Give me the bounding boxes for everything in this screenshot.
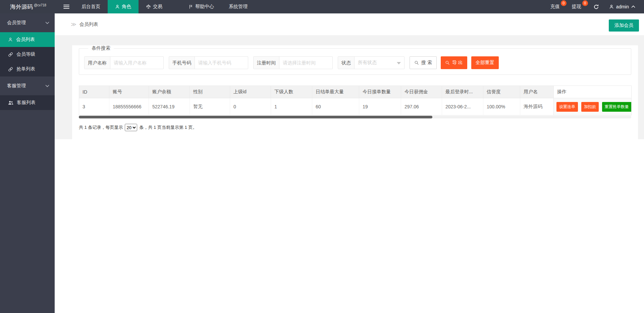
col-header-parent-id: 上级id [230, 86, 271, 98]
sidebar-item-order-grab-list[interactable]: 抢单列表 [0, 62, 55, 76]
person-icon [115, 4, 120, 9]
cell-last-login: 2023-06-2... [442, 98, 483, 115]
phone-label: 手机号码 [169, 57, 195, 69]
flag-icon [189, 4, 193, 9]
menu-toggle-button[interactable] [59, 0, 74, 13]
horizontal-scrollbar-thumb[interactable] [79, 116, 432, 118]
app-logo: 海外源码@cv718 [0, 3, 59, 11]
nav-item-dashboard[interactable]: 后台首页 [74, 0, 108, 13]
withdraw-link[interactable]: 提现 0 [572, 4, 583, 10]
status-label: 状态 [338, 57, 355, 69]
recharge-link[interactable]: 充值 0 [550, 4, 562, 10]
register-time-label: 注册时间 [254, 57, 279, 69]
status-field-group: 状态 所有状态 [338, 56, 405, 69]
phone-input[interactable] [195, 57, 248, 69]
col-header-credit: 信誉度 [483, 86, 520, 98]
pagination-prefix: 共 1 条记录，每页显示 [79, 124, 123, 131]
add-deduct-funds-button[interactable]: 加扣款 [581, 102, 599, 112]
member-table: ID 账号 账户余额 性别 上级id 下级人数 日结单最大量 今日接单数量 今日… [79, 86, 632, 115]
col-header-daily-max: 日结单最大量 [312, 86, 359, 98]
cell-balance: 522746.19 [149, 98, 190, 115]
refresh-icon [593, 4, 599, 10]
phone-field-group: 手机号码 [169, 56, 248, 69]
link-icon [8, 67, 13, 72]
cell-id: 3 [79, 98, 109, 115]
col-header-today-commission: 今日获佣金 [401, 86, 442, 98]
chevron-down-icon [397, 62, 401, 64]
nav-item-roles[interactable]: 角色 [108, 0, 139, 13]
username: admin [616, 4, 629, 9]
search-icon [414, 60, 419, 65]
col-header-last-login: 最后登录时... [442, 86, 483, 98]
col-header-actions: 操作 [554, 86, 632, 98]
table-row: 3 18855556666 522746.19 暂无 0 1 60 19 297… [79, 98, 632, 115]
status-select[interactable]: 所有状态 [355, 57, 404, 69]
username-field-group: 用户名称 [84, 56, 164, 69]
main-nav: 后台首页 角色 交易 帮 [74, 0, 255, 13]
export-button[interactable]: 导 出 [441, 56, 467, 69]
add-member-button[interactable]: 添加会员 [609, 19, 639, 32]
register-time-input[interactable] [279, 57, 332, 69]
col-header-id: ID [79, 86, 109, 98]
chevron-down-icon [45, 21, 49, 24]
sidebar-item-member-list[interactable]: 会员列表 [0, 32, 55, 47]
breadcrumb-icon: ≫ [71, 21, 76, 28]
col-header-account: 账号 [109, 86, 149, 98]
main-area: ≫ 会员列表 添加会员 条件搜索 用户名称 手机号码 注册时间 [55, 13, 644, 313]
user-icon [609, 4, 614, 9]
refresh-button[interactable] [593, 4, 599, 10]
page-size-select[interactable]: 20 [125, 124, 137, 131]
person-icon [8, 37, 13, 42]
username-input[interactable] [110, 57, 163, 69]
breadcrumb-bar: ≫ 会员列表 添加会员 [55, 13, 644, 35]
content-card: 条件搜索 用户名称 手机号码 注册时间 状态 [72, 45, 638, 143]
sidebar-group-customer-service[interactable]: 客服管理 [0, 76, 55, 95]
nav-item-trade[interactable]: 交易 [139, 0, 170, 13]
table-header-row: ID 账号 账户余额 性别 上级id 下级人数 日结单最大量 今日接单数量 今日… [79, 86, 632, 98]
scales-icon [146, 4, 151, 9]
reset-grab-count-button[interactable]: 重置抢单数量 [602, 102, 632, 112]
cell-actions: 设置连单 加扣款 重置抢单数量 ... [554, 98, 632, 115]
page-title: 会员列表 [79, 21, 98, 28]
withdraw-badge: 0 [582, 0, 588, 6]
username-label: 用户名称 [85, 57, 110, 69]
search-icon [445, 60, 450, 65]
cell-username: 海外源码 [520, 98, 554, 115]
sidebar-item-customer-service-list[interactable]: 客服列表 [0, 95, 55, 110]
search-panel-legend: 条件搜索 [88, 45, 114, 51]
topbar-right: 充值 0 提现 0 admin [550, 4, 644, 10]
topbar: 海外源码@cv718 后台首页 角色 交易 [0, 0, 644, 13]
reset-all-button[interactable]: 全部重置 [471, 56, 499, 69]
cell-credit: 100.00% [483, 98, 520, 115]
user-menu[interactable]: admin [609, 4, 635, 9]
cell-today-orders: 19 [359, 98, 401, 115]
horizontal-scrollbar [79, 116, 631, 118]
people-icon [8, 100, 13, 105]
content-band: 条件搜索 用户名称 手机号码 注册时间 状态 [55, 35, 644, 139]
sidebar: 会员管理 会员列表 会员等级 抢单列表 客服管理 [0, 13, 55, 313]
sidebar-item-member-level[interactable]: 会员等级 [0, 47, 55, 62]
register-time-field-group: 注册时间 [253, 56, 333, 69]
cell-daily-max: 60 [312, 98, 359, 115]
pagination: 共 1 条记录，每页显示 20 条，共 1 页当前显示第 1 页。 [79, 124, 631, 131]
chevron-down-icon [45, 85, 49, 87]
hamburger-icon [63, 4, 69, 9]
col-header-balance: 账户余额 [149, 86, 190, 98]
link-icon [8, 52, 13, 57]
nav-item-system[interactable]: 系统管理 [221, 0, 255, 13]
nav-item-help-center[interactable]: 帮助中心 [181, 0, 221, 13]
search-panel: 条件搜索 用户名称 手机号码 注册时间 状态 [79, 45, 631, 75]
col-header-today-orders: 今日接单数量 [359, 86, 401, 98]
col-header-username: 用户名 [520, 86, 554, 98]
cell-gender: 暂无 [190, 98, 230, 115]
search-button[interactable]: 搜 索 [410, 56, 437, 69]
cell-today-commission: 297.06 [401, 98, 442, 115]
chevron-up-icon [631, 5, 635, 8]
cell-parent-id: 0 [230, 98, 271, 115]
sidebar-group-member-management[interactable]: 会员管理 [0, 13, 55, 32]
col-header-subordinates: 下级人数 [271, 86, 312, 98]
logo-version-badge: @cv718 [34, 3, 46, 7]
pagination-suffix: 条，共 1 页当前显示第 1 页。 [139, 124, 197, 131]
col-header-gender: 性别 [190, 86, 230, 98]
set-chain-order-button[interactable]: 设置连单 [556, 102, 578, 112]
